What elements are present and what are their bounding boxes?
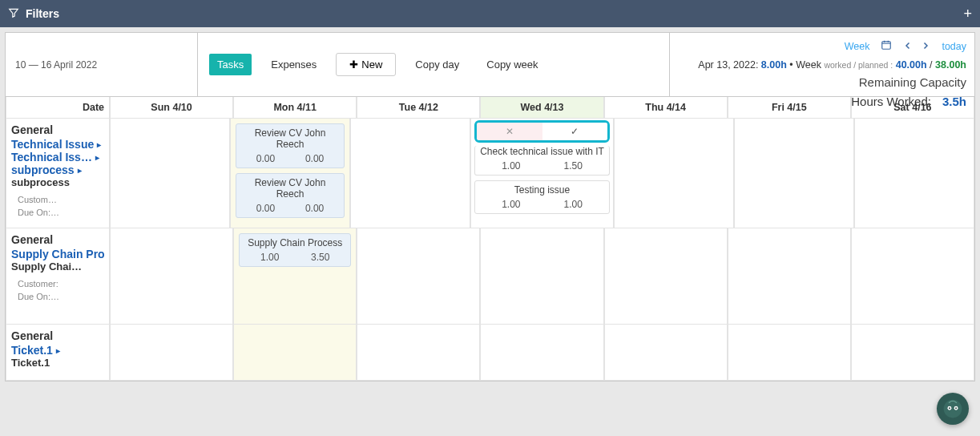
remaining-capacity-label: Remaining Capacity bbox=[678, 73, 966, 92]
row-group: General bbox=[11, 123, 104, 136]
summary-hours: 8.00h bbox=[761, 59, 787, 71]
row-meta: Custom… bbox=[18, 195, 104, 204]
svg-point-4 bbox=[949, 407, 950, 409]
cell-thu[interactable] bbox=[604, 325, 728, 381]
chevron-right-icon: ▸ bbox=[56, 346, 60, 355]
view-week-link[interactable]: Week bbox=[845, 38, 870, 54]
cell-wed[interactable] bbox=[480, 325, 603, 381]
row-sub: Supply Chai… bbox=[11, 260, 104, 272]
row-link[interactable]: subprocess▸ bbox=[11, 164, 104, 176]
summary-date: Apr 13, 2022: bbox=[698, 59, 758, 71]
cell-wed[interactable]: ✕ ✓ Check technical issue with IT 1.001.… bbox=[470, 119, 614, 228]
summary-line-1: Apr 13, 2022: 8.00h • Week worked / plan… bbox=[678, 57, 966, 73]
summary-worked: 40.00h bbox=[896, 59, 927, 71]
task-card[interactable]: Review CV John Reech 0.000.00 bbox=[236, 123, 345, 168]
task-card[interactable]: Review CV John Reech 0.000.00 bbox=[236, 173, 345, 218]
cell-tue[interactable] bbox=[357, 228, 480, 325]
assistant-bubble[interactable] bbox=[937, 393, 969, 425]
row-link[interactable]: Technical Iss…▸ bbox=[11, 151, 104, 164]
row-1: General Technical Issue▸ Technical Iss…▸… bbox=[6, 119, 974, 228]
filters-bar: Filters + bbox=[0, 0, 980, 27]
row-sub: Ticket.1 bbox=[11, 357, 104, 369]
task-hours-a: 0.00 bbox=[256, 153, 275, 164]
edit-card: ✕ ✓ bbox=[474, 120, 610, 143]
cell-sun[interactable] bbox=[110, 119, 230, 228]
task-title: Testing issue bbox=[480, 184, 604, 196]
svg-point-1 bbox=[944, 400, 962, 418]
row-link[interactable]: Supply Chain Pro bbox=[11, 248, 104, 260]
cell-fri[interactable] bbox=[734, 119, 854, 228]
row-2: General Supply Chain Pro Supply Chai… Cu… bbox=[6, 228, 974, 325]
row-group: General bbox=[11, 233, 104, 246]
summary-planned: 38.00h bbox=[935, 59, 966, 71]
add-filter-icon[interactable]: + bbox=[963, 6, 972, 22]
task-hours-a: 1.00 bbox=[502, 160, 520, 172]
toolbar: 10 — 16 April 2022 Tasks Expenses ✚ New … bbox=[6, 33, 974, 97]
tab-tasks[interactable]: Tasks bbox=[209, 54, 252, 75]
task-hours-b: 1.50 bbox=[563, 160, 582, 172]
row-3-info: General Ticket.1▸ Ticket.1 bbox=[6, 325, 110, 381]
task-card[interactable]: Check technical issue with IT 1.001.50 bbox=[474, 146, 610, 176]
new-button[interactable]: ✚ New bbox=[336, 53, 396, 76]
date-range[interactable]: 10 — 16 April 2022 bbox=[6, 33, 198, 96]
toolbar-actions: Tasks Expenses ✚ New Copy day Copy week bbox=[198, 33, 670, 96]
copy-day-button[interactable]: Copy day bbox=[407, 54, 467, 75]
task-hours-a: 1.00 bbox=[502, 199, 520, 210]
cell-sun[interactable] bbox=[110, 325, 233, 381]
task-title: Check technical issue with IT bbox=[480, 146, 604, 157]
col-tue[interactable]: Tue 4/12 bbox=[357, 97, 480, 119]
svg-point-5 bbox=[955, 407, 957, 409]
cell-mon[interactable]: Supply Chain Process 1.003.50 bbox=[233, 228, 357, 325]
task-title: Review CV John Reech bbox=[241, 177, 339, 200]
row-meta: Customer: bbox=[18, 279, 104, 289]
cell-mon[interactable] bbox=[233, 325, 357, 381]
cell-sat[interactable] bbox=[851, 228, 974, 325]
cell-sat[interactable] bbox=[851, 325, 974, 381]
row-2-info: General Supply Chain Pro Supply Chai… Cu… bbox=[6, 228, 110, 325]
cell-tue[interactable] bbox=[357, 325, 480, 381]
cell-tue[interactable] bbox=[350, 119, 470, 228]
new-button-label: New bbox=[361, 59, 382, 71]
confirm-button[interactable]: ✓ bbox=[542, 123, 607, 140]
cell-sat[interactable] bbox=[854, 119, 974, 228]
task-hours-a: 0.00 bbox=[256, 203, 275, 214]
date-range-label: 10 — 16 April 2022 bbox=[15, 59, 97, 71]
svg-rect-0 bbox=[882, 42, 891, 49]
row-1-info: General Technical Issue▸ Technical Iss…▸… bbox=[6, 119, 110, 228]
plus-icon: ✚ bbox=[349, 59, 358, 71]
today-link[interactable]: today bbox=[942, 38, 966, 54]
cell-mon[interactable]: Review CV John Reech 0.000.00 Review CV … bbox=[230, 119, 350, 228]
row-group: General bbox=[11, 329, 104, 342]
task-hours-a: 1.00 bbox=[260, 252, 279, 263]
chevron-right-icon: ▸ bbox=[95, 153, 99, 162]
task-card[interactable]: Testing issue 1.001.00 bbox=[474, 180, 610, 214]
chevron-right-icon: ▸ bbox=[78, 166, 82, 175]
cell-thu[interactable] bbox=[604, 228, 728, 325]
col-date: Date bbox=[6, 97, 110, 119]
task-title: Supply Chain Process bbox=[244, 237, 345, 248]
cell-fri[interactable] bbox=[728, 228, 851, 325]
col-mon[interactable]: Mon 4/11 bbox=[233, 97, 357, 119]
col-sun[interactable]: Sun 4/10 bbox=[110, 97, 233, 119]
cancel-button[interactable]: ✕ bbox=[477, 123, 542, 140]
row-meta: Due On:… bbox=[18, 292, 104, 301]
cell-fri[interactable] bbox=[728, 325, 851, 381]
cell-sun[interactable] bbox=[110, 228, 233, 325]
row-link[interactable]: Technical Issue▸ bbox=[11, 138, 104, 151]
task-hours-b: 0.00 bbox=[305, 203, 324, 214]
cell-thu[interactable] bbox=[614, 119, 734, 228]
copy-week-button[interactable]: Copy week bbox=[478, 54, 546, 75]
filter-icon bbox=[8, 7, 19, 21]
cell-wed[interactable] bbox=[480, 228, 603, 325]
next-week-icon[interactable] bbox=[921, 38, 930, 55]
timesheet-panel: 10 — 16 April 2022 Tasks Expenses ✚ New … bbox=[5, 32, 975, 382]
task-card[interactable]: Supply Chain Process 1.003.50 bbox=[239, 233, 351, 267]
calendar-icon[interactable] bbox=[881, 38, 892, 55]
chevron-right-icon: ▸ bbox=[97, 140, 101, 149]
summary-panel: Week today Apr 13, 2022: 8.00h • bbox=[670, 33, 974, 96]
tab-expenses[interactable]: Expenses bbox=[263, 54, 325, 75]
task-hours-b: 1.00 bbox=[563, 199, 582, 210]
prev-week-icon[interactable] bbox=[903, 38, 913, 55]
row-link[interactable]: Ticket.1▸ bbox=[11, 344, 104, 357]
col-wed[interactable]: Wed 4/13 bbox=[480, 97, 603, 119]
